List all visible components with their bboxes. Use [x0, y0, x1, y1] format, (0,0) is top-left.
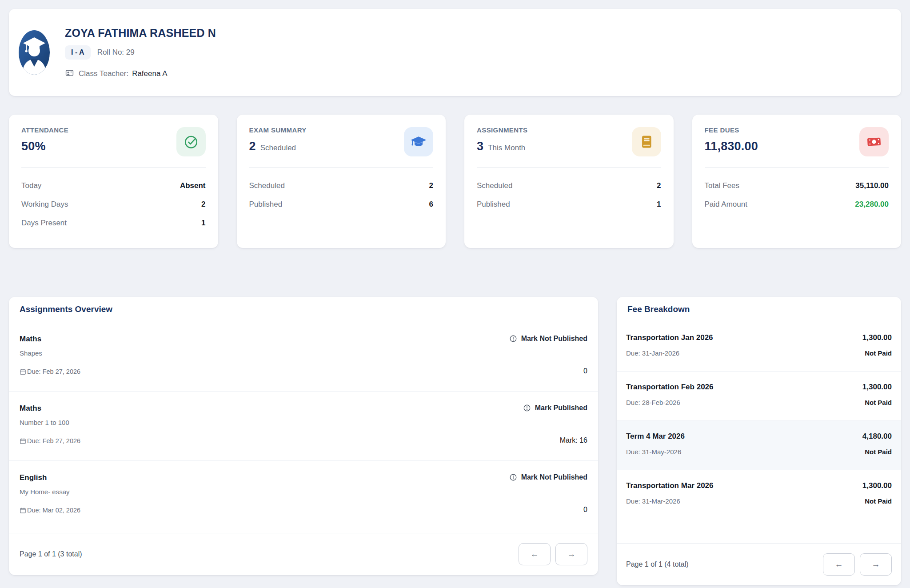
fee-list-item: Transportation Feb 2026 1,300.00 Due: 28…	[617, 372, 901, 421]
calendar-icon	[20, 368, 26, 375]
attendance-value: 50%	[21, 140, 46, 153]
fee-due-date: Due: 28-Feb-2026	[626, 399, 680, 406]
graduation-cap-icon	[404, 127, 433, 156]
fee-dues-value: 11,830.00	[705, 140, 758, 153]
fees-next-page-button[interactable]: →	[860, 553, 892, 576]
student-header-card: ZOYA FATHIMA RASHEED N I - A Roll No: 29…	[9, 9, 901, 96]
assignment-list-item: Maths Shapes Due: Feb 27, 2026	[9, 322, 598, 392]
stat-row-value: 6	[429, 200, 433, 209]
fee-dues-label: FEE DUES	[705, 126, 758, 134]
assignments-overview-title: Assignments Overview	[20, 304, 112, 314]
arrow-left-icon: ←	[531, 549, 539, 559]
stat-row-label: Paid Amount	[705, 200, 747, 209]
stat-row-label: Days Present	[21, 219, 67, 228]
assignment-topic: Number 1 to 100	[20, 419, 80, 426]
exam-summary-label: EXAM SUMMARY	[249, 126, 307, 134]
stat-row-label: Published	[249, 200, 283, 209]
attendance-label: ATTENDANCE	[21, 126, 68, 134]
assignments-value: 3	[477, 140, 483, 153]
fee-name: Transportation Feb 2026	[626, 383, 714, 392]
stat-row: Scheduled 2	[249, 176, 434, 195]
stat-row-label: Published	[477, 200, 510, 209]
fee-status: Not Paid	[865, 399, 892, 406]
paid-amount-value: 23,280.00	[855, 200, 889, 209]
chalkboard-teacher-icon	[65, 69, 74, 78]
fee-amount: 4,180.00	[862, 432, 892, 441]
stat-row-value: Absent	[180, 181, 206, 190]
stat-row: Days Present 1	[21, 214, 206, 232]
student-avatar	[19, 30, 50, 75]
stat-row-value: 35,110.00	[855, 181, 889, 190]
calendar-icon	[20, 438, 26, 444]
assignment-subject: English	[20, 473, 80, 482]
fee-breakdown-title: Fee Breakdown	[627, 304, 690, 314]
stat-row: Paid Amount 23,280.00	[705, 195, 889, 214]
exam-summary-suffix: Scheduled	[260, 144, 296, 152]
assignments-label: ASSIGNMENTS	[477, 126, 527, 134]
stat-row: Published 6	[249, 195, 434, 214]
assignment-list-item: Maths Number 1 to 100 Due: Feb 27, 2026	[9, 392, 598, 461]
exam-summary-card: EXAM SUMMARY 2 Scheduled	[237, 115, 446, 248]
alert-circle-icon	[523, 404, 531, 412]
stat-row-label: Today	[21, 181, 41, 190]
fee-list-item: Transportation Jan 2026 1,300.00 Due: 31…	[617, 322, 901, 372]
assignments-card: ASSIGNMENTS 3 This Month	[464, 115, 674, 248]
fee-dues-card: FEE DUES 11,830.00	[692, 115, 902, 248]
fee-amount: 1,300.00	[862, 383, 892, 392]
calendar-icon	[20, 507, 26, 514]
assignment-topic: Shapes	[20, 349, 80, 357]
assignments-page-info: Page 1 of 1 (3 total)	[20, 550, 82, 558]
assignment-status: Mark Published	[535, 404, 587, 412]
fee-status: Not Paid	[865, 448, 892, 456]
assignments-overview-panel: Assignments Overview Maths Shapes	[9, 297, 598, 575]
arrow-right-icon: →	[872, 560, 880, 569]
assignment-mark: 0	[583, 506, 587, 514]
assignment-mark: Mark: 16	[560, 436, 587, 444]
stat-row-label: Working Days	[21, 200, 68, 209]
stat-row: Total Fees 35,110.00	[705, 176, 889, 195]
fee-name: Transportation Mar 2026	[626, 481, 714, 490]
fee-due-date: Due: 31-Mar-2026	[626, 497, 680, 505]
stat-row: Today Absent	[21, 176, 206, 195]
stat-row: Published 1	[477, 195, 661, 214]
assignment-status: Mark Not Published	[521, 473, 587, 481]
stat-row: Scheduled 2	[477, 176, 661, 195]
alert-circle-icon	[509, 473, 517, 481]
assignments-prev-page-button[interactable]: ←	[519, 543, 551, 565]
fee-due-date: Due: 31-May-2026	[626, 448, 681, 456]
assignment-due-date: Due: Feb 27, 2026	[27, 437, 80, 444]
stat-row-label: Total Fees	[705, 181, 739, 190]
stat-row-value: 2	[657, 181, 661, 190]
fee-due-date: Due: 31-Jan-2026	[626, 349, 679, 357]
assignments-next-page-button[interactable]: →	[555, 543, 587, 565]
assignments-suffix: This Month	[488, 144, 525, 152]
stat-row-value: 2	[429, 181, 433, 190]
assignment-list-item: English My Home- essay Due: Mar 02, 2026	[9, 461, 598, 530]
stat-row-value: 1	[201, 219, 205, 228]
stat-row-label: Scheduled	[249, 181, 285, 190]
stat-row-value: 1	[657, 200, 661, 209]
roll-number: Roll No: 29	[97, 48, 135, 57]
fee-status: Not Paid	[865, 497, 892, 505]
stats-row: ATTENDANCE 50% Today Absent	[9, 115, 901, 248]
student-dashboard: ZOYA FATHIMA RASHEED N I - A Roll No: 29…	[0, 0, 910, 585]
stat-row: Working Days 2	[21, 195, 206, 214]
arrow-left-icon: ←	[835, 560, 843, 569]
student-name: ZOYA FATHIMA RASHEED N	[65, 27, 216, 40]
fee-amount: 1,300.00	[862, 481, 892, 490]
class-section-badge: I - A	[65, 45, 91, 60]
book-icon	[632, 127, 661, 156]
fee-list-item: Term 4 Mar 2026 4,180.00 Due: 31-May-202…	[617, 421, 901, 470]
stat-row-label: Scheduled	[477, 181, 512, 190]
arrow-right-icon: →	[567, 549, 576, 559]
fee-name: Term 4 Mar 2026	[626, 432, 685, 441]
class-teacher-name: Rafeena A	[132, 69, 167, 78]
fee-name: Transportation Jan 2026	[626, 333, 713, 342]
fees-prev-page-button[interactable]: ←	[823, 553, 855, 576]
assignment-status: Mark Not Published	[521, 335, 587, 343]
fees-page-info: Page 1 of 1 (4 total)	[626, 560, 689, 568]
attendance-card: ATTENDANCE 50% Today Absent	[9, 115, 218, 248]
fee-breakdown-panel: Fee Breakdown Transportation Jan 2026 1,…	[617, 297, 901, 585]
fee-list-item: Transportation Mar 2026 1,300.00 Due: 31…	[617, 470, 901, 519]
assignment-topic: My Home- essay	[20, 488, 80, 496]
